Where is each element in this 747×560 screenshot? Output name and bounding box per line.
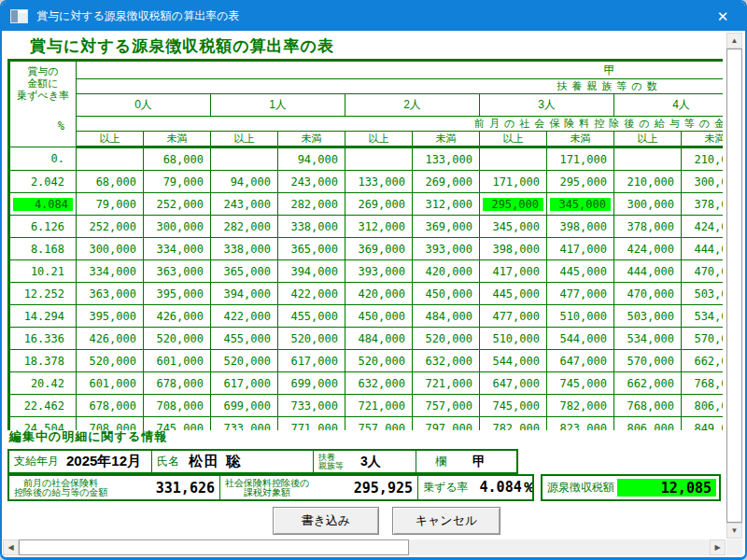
- app-window-icon: [10, 9, 28, 23]
- amount-cell: 369,000: [413, 216, 480, 238]
- amount-cell: 171,000: [547, 147, 614, 171]
- amount-cell: 632,000: [413, 350, 480, 372]
- amount-cell: 420,000: [413, 260, 480, 283]
- scroll-down-icon[interactable]: ▼: [726, 523, 742, 539]
- amount-cell: 210,000: [614, 171, 682, 193]
- dependents-value: 3人: [360, 454, 381, 470]
- rate-cell: 4.084: [9, 193, 77, 216]
- header-kou: 甲: [77, 61, 724, 79]
- edit-info-row1: 支給年月 2025年12月 氏名 松田 聡 扶養 親族等 3人 欄 甲: [7, 449, 518, 474]
- withholding-box: 源泉徴収税額 12,085: [541, 474, 721, 501]
- vertical-scrollbar[interactable]: ▲ ▼: [726, 33, 742, 539]
- rate-table-body: 0.68,00094,000133,000171,000210,0002.042…: [9, 147, 724, 431]
- amount-cell: 422,000: [278, 283, 345, 305]
- amount-cell: 510,000: [547, 305, 614, 328]
- cancel-button[interactable]: キャンセル: [392, 507, 500, 535]
- rate-header-line: 乗ずべき率: [10, 90, 76, 102]
- amount-cell: 398,000: [547, 216, 614, 238]
- amount-cell: 823,000: [547, 417, 614, 431]
- horizontal-scrollbar[interactable]: ◀ ▶: [3, 539, 726, 555]
- amount-cell: 484,000: [413, 305, 480, 328]
- dependent-count-header: 4人: [614, 94, 724, 117]
- rate-table-row: 16.336426,000520,000455,000520,000484,00…: [9, 328, 724, 350]
- column-label: 欄: [416, 454, 446, 469]
- amount-cell: 426,000: [144, 305, 211, 328]
- amount-cell: 79,000: [144, 171, 211, 193]
- amount-cell: 243,000: [278, 171, 345, 193]
- dependent-count-header: 2人: [345, 94, 480, 117]
- rate-cell: 8.168: [9, 238, 77, 260]
- amount-cell: 394,000: [211, 283, 278, 305]
- amount-cell: 420,000: [345, 283, 413, 305]
- amount-cell: 662,000: [682, 350, 724, 372]
- horizontal-scroll-thumb[interactable]: [19, 539, 409, 555]
- pay-month-value: 2025年12月: [66, 453, 141, 470]
- rate-cell: 10.21: [9, 260, 77, 283]
- name-value: 松田 聡: [189, 453, 242, 470]
- amount-cell: 395,000: [77, 305, 144, 328]
- name-cell: 氏名 松田 聡: [151, 451, 313, 472]
- amount-cell: 252,000: [144, 193, 211, 216]
- amount-cell: 424,000: [614, 238, 682, 260]
- amount-cell: 647,000: [547, 350, 614, 372]
- lt-header: 未満: [413, 132, 480, 147]
- amount-cell: 768,000: [682, 372, 724, 395]
- amount-cell: 470,000: [614, 283, 682, 305]
- amount-cell: 393,000: [413, 238, 480, 260]
- amount-cell: 300,000: [77, 238, 144, 260]
- amount-cell: 417,000: [547, 238, 614, 260]
- amount-cell: 445,000: [480, 283, 547, 305]
- amount-cell: [345, 147, 413, 171]
- withholding-label: 源泉徴収税額: [543, 480, 614, 496]
- ge-header: 以上: [345, 132, 413, 147]
- amount-cell: 378,000: [682, 193, 724, 216]
- multiplier-label: 乗ずる率: [418, 480, 469, 496]
- rate-column-header: 賞与の 金額に 乗ずべき率 %: [9, 61, 77, 147]
- pay-month-label: 支給年月: [9, 454, 59, 469]
- amount-cell: 133,000: [413, 147, 480, 171]
- amount-cell: 393,000: [345, 260, 413, 283]
- amount-cell: 68,000: [77, 171, 144, 193]
- withholding-cell: 源泉徴収税額 12,085: [543, 476, 719, 499]
- amount-cell: 338,000: [211, 238, 278, 260]
- bonus-tax-rate-table: 賞与の 金額に 乗ずべき率 % 甲 扶養親族等の数 0人1人2人3人4人 前月の…: [7, 59, 723, 430]
- rate-table-row: 10.21334,000363,000365,000394,000393,000…: [9, 260, 724, 283]
- rate-table-row: 0.68,00094,000133,000171,000210,000: [9, 147, 724, 171]
- header-prev-salary: 前月の社会保険料控除後の給与等の金額: [77, 117, 724, 132]
- rate-header-line: 賞与の: [10, 65, 76, 77]
- rate-cell: 22.462: [9, 395, 77, 417]
- scroll-left-icon[interactable]: ◀: [3, 539, 19, 555]
- window-title: 賞与に対する源泉徴収税額の算出率の表: [36, 8, 239, 24]
- rate-table-row: 14.294395,000426,000422,000455,000450,00…: [9, 305, 724, 328]
- close-icon[interactable]: ✕: [706, 2, 740, 31]
- amount-cell: 520,000: [278, 328, 345, 350]
- percent-label: %: [10, 119, 76, 133]
- amount-cell: 334,000: [77, 260, 144, 283]
- rate-table-row: 18.378520,000601,000520,000617,000520,00…: [9, 350, 724, 372]
- rate-cell: 16.336: [9, 328, 77, 350]
- amount-cell: 632,000: [345, 372, 413, 395]
- amount-cell: 520,000: [77, 350, 144, 372]
- amount-cell: 282,000: [278, 193, 345, 216]
- scroll-right-icon[interactable]: ▶: [710, 539, 726, 555]
- amount-cell: 79,000: [77, 193, 144, 216]
- amount-cell: 422,000: [211, 305, 278, 328]
- amount-cell: 345,000: [547, 193, 614, 216]
- amount-cell: 699,000: [211, 395, 278, 417]
- vertical-scroll-thumb[interactable]: [726, 49, 742, 523]
- rate-table-row: 6.126252,000300,000282,000338,000312,000…: [9, 216, 724, 238]
- taxable-value: 295,925: [309, 480, 417, 497]
- amount-cell: 678,000: [77, 395, 144, 417]
- lt-header: 未満: [278, 132, 345, 147]
- amount-cell: 363,000: [77, 283, 144, 305]
- amount-cell: 312,000: [345, 216, 413, 238]
- rate-cell: 2.042: [9, 171, 77, 193]
- edit-info-row2: 前月の社会保険料 控除後の給与等の金額 331,626 社会保険料控除後の 課税…: [7, 474, 534, 501]
- amount-cell: 782,000: [480, 417, 547, 431]
- amount-cell: 269,000: [345, 193, 413, 216]
- write-button[interactable]: 書き込み: [273, 507, 379, 535]
- amount-cell: 806,000: [614, 417, 682, 431]
- amount-cell: 534,000: [682, 305, 724, 328]
- amount-cell: 378,000: [614, 216, 682, 238]
- scroll-up-icon[interactable]: ▲: [726, 33, 742, 49]
